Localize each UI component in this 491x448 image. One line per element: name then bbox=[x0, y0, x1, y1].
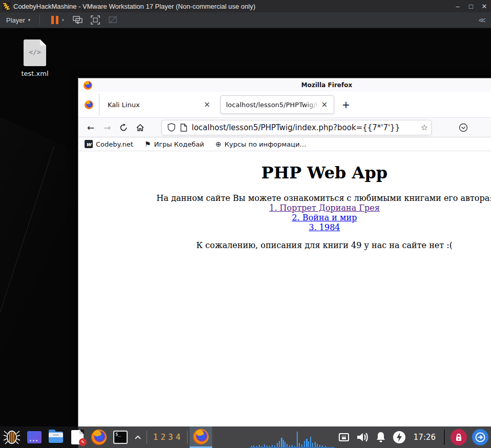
book-link-3[interactable]: 3. 1984 bbox=[309, 222, 340, 232]
power-manager-icon[interactable] bbox=[390, 426, 408, 448]
xml-file-icon: </> bbox=[24, 39, 46, 66]
url-bar[interactable]: localhost/lesson5/PHPTwig/index.php?book… bbox=[161, 120, 432, 135]
fullscreen-button[interactable] bbox=[89, 14, 102, 26]
book-link-2[interactable]: 2. Война и мир bbox=[292, 213, 357, 222]
send-ctrl-alt-del-button[interactable] bbox=[71, 14, 85, 26]
code-glyph: </> bbox=[24, 48, 46, 56]
workspace-switcher[interactable]: 1 2 3 4 bbox=[149, 426, 185, 448]
firefox-window-task-button[interactable] bbox=[190, 426, 212, 448]
shield-icon[interactable] bbox=[165, 121, 177, 134]
text-editor-button[interactable]: ✎ bbox=[67, 426, 88, 448]
firefox-window: Mozilla Firefox Kali Linux × localhost/l… bbox=[78, 78, 491, 448]
lock-screen-button[interactable] bbox=[451, 429, 467, 445]
bookmark-label: Игры Кодебай bbox=[154, 140, 204, 148]
vm-maximize-button[interactable]: □ bbox=[464, 0, 478, 12]
suspend-vm-button[interactable] bbox=[51, 16, 58, 24]
firefox-view-button[interactable] bbox=[81, 97, 96, 112]
text-editor-icon: ✎ bbox=[71, 430, 84, 444]
tab-label: localhost/lesson5/PHPTwig/i bbox=[226, 101, 319, 109]
book-link-1[interactable]: 1. Портрет Дориана Грея bbox=[269, 203, 379, 213]
clock[interactable]: 17:26 bbox=[408, 426, 441, 448]
page-info-icon[interactable] bbox=[177, 121, 190, 134]
home-button[interactable] bbox=[132, 120, 148, 135]
tab-divider bbox=[99, 93, 99, 116]
bookmark-star-icon[interactable]: ☆ bbox=[421, 123, 428, 132]
toolbar-divider bbox=[39, 15, 40, 25]
bookmarks-toolbar: w Codeby.net ⚑ Игры Кодебай ⊕ Курсы по и… bbox=[78, 137, 491, 151]
url-input[interactable]: localhost/lesson5/PHPTwig/index.php?book… bbox=[190, 123, 421, 132]
vm-close-button[interactable]: ✕ bbox=[478, 0, 491, 12]
volume-icon[interactable] bbox=[353, 426, 372, 448]
firefox-tabbar: Kali Linux × localhost/lesson5/PHPTwig/i… bbox=[78, 92, 491, 117]
logout-button[interactable] bbox=[472, 429, 488, 445]
tab-label: Kali Linux bbox=[108, 101, 202, 109]
suspend-dropdown-caret[interactable]: ▾ bbox=[62, 17, 64, 23]
workspace-1[interactable]: 1 bbox=[153, 433, 159, 442]
books-paragraph: На данном сайте Вы можете ознакомиться с… bbox=[78, 193, 491, 232]
panel-expand-button[interactable] bbox=[131, 426, 145, 448]
terminal-launcher-button[interactable]: $_ bbox=[110, 426, 131, 448]
firefox-window-title: Mozilla Firefox bbox=[78, 82, 491, 89]
bookmark-courses[interactable]: ⊕ Курсы по информаци… bbox=[215, 140, 306, 148]
web-page-content: PHP Web App На данном сайте Вы можете оз… bbox=[78, 152, 491, 448]
reload-button[interactable] bbox=[115, 120, 132, 135]
not-found-message: К сожалению, описания для книги 49 у нас… bbox=[78, 240, 491, 250]
show-desktop-button[interactable] bbox=[24, 426, 45, 448]
firefox-icon bbox=[91, 430, 107, 445]
network-tray-icon[interactable] bbox=[335, 426, 353, 448]
close-tab-icon[interactable]: × bbox=[202, 99, 212, 110]
codeby-favicon: w bbox=[85, 140, 93, 148]
kali-desktop: </> test.xml Mozilla Firefox Kali Linux … bbox=[0, 28, 491, 448]
tab-kali-linux[interactable]: Kali Linux × bbox=[103, 95, 216, 114]
chevron-down-icon: ▾ bbox=[28, 17, 31, 23]
firefox-icon bbox=[193, 429, 209, 444]
workspace-3[interactable]: 3 bbox=[168, 433, 174, 442]
firefox-navbar: ← → localhost/lesson5/PHPTwig/index.php?… bbox=[78, 117, 491, 137]
back-button[interactable]: ← bbox=[83, 120, 99, 135]
kali-taskbar: ✎ $_ 1 2 3 4 bbox=[0, 426, 491, 448]
vm-minimize-button[interactable]: – bbox=[451, 0, 464, 12]
tray-divider bbox=[444, 430, 445, 445]
applications-menu-button[interactable] bbox=[0, 426, 24, 448]
bookmark-label: Codeby.net bbox=[96, 140, 133, 148]
intro-text: На данном сайте Вы можете ознакомиться с… bbox=[156, 193, 491, 203]
tab-localhost-active[interactable]: localhost/lesson5/PHPTwig/i × bbox=[220, 95, 334, 114]
player-menu[interactable]: Player ▾ bbox=[0, 12, 35, 28]
console-view-button-disabled bbox=[106, 14, 119, 26]
file-label: test.xml bbox=[11, 70, 58, 77]
vmware-titlebar: CodebyHackMashine - VMware Workstation 1… bbox=[0, 0, 491, 12]
vmware-logo-icon bbox=[3, 3, 10, 10]
vm-window-title: CodebyHackMashine - VMware Workstation 1… bbox=[13, 3, 451, 10]
terminal-icon: $_ bbox=[113, 431, 128, 444]
firefox-launcher-button[interactable] bbox=[88, 426, 110, 448]
vm-screen: CodebyHackMashine - VMware Workstation 1… bbox=[0, 0, 491, 448]
pocket-icon[interactable] bbox=[456, 120, 470, 135]
workspace-2[interactable]: 2 bbox=[161, 433, 167, 442]
file-manager-button[interactable] bbox=[45, 426, 67, 448]
bookmark-label: Курсы по информаци… bbox=[224, 140, 306, 148]
workspace-4[interactable]: 4 bbox=[176, 433, 181, 442]
forward-button: → bbox=[99, 120, 115, 135]
new-tab-button[interactable]: + bbox=[338, 97, 354, 112]
bookmark-codeby[interactable]: w Codeby.net bbox=[85, 140, 133, 148]
folder-icon bbox=[49, 432, 63, 443]
notifications-bell-icon[interactable] bbox=[372, 426, 390, 448]
player-menu-label: Player bbox=[6, 16, 25, 24]
desktop-file-testxml[interactable]: </> test.xml bbox=[11, 39, 58, 77]
panel-divider bbox=[187, 431, 188, 444]
vmware-toolbar: Player ▾ ▾ ≪ bbox=[0, 12, 491, 28]
globe-icon: ⊕ bbox=[215, 140, 221, 148]
bookmark-games[interactable]: ⚑ Игры Кодебай bbox=[145, 140, 204, 148]
flag-icon: ⚑ bbox=[145, 140, 151, 148]
collapse-toolbar-button[interactable]: ≪ bbox=[478, 16, 485, 24]
close-tab-icon[interactable]: × bbox=[319, 99, 330, 110]
page-title: PHP Web App bbox=[78, 163, 491, 182]
firefox-view-icon bbox=[85, 100, 93, 109]
desktop-icon bbox=[27, 431, 42, 443]
firefox-titlebar[interactable]: Mozilla Firefox bbox=[78, 78, 491, 92]
network-monitor-graph bbox=[250, 426, 335, 448]
panel-divider bbox=[147, 431, 147, 444]
